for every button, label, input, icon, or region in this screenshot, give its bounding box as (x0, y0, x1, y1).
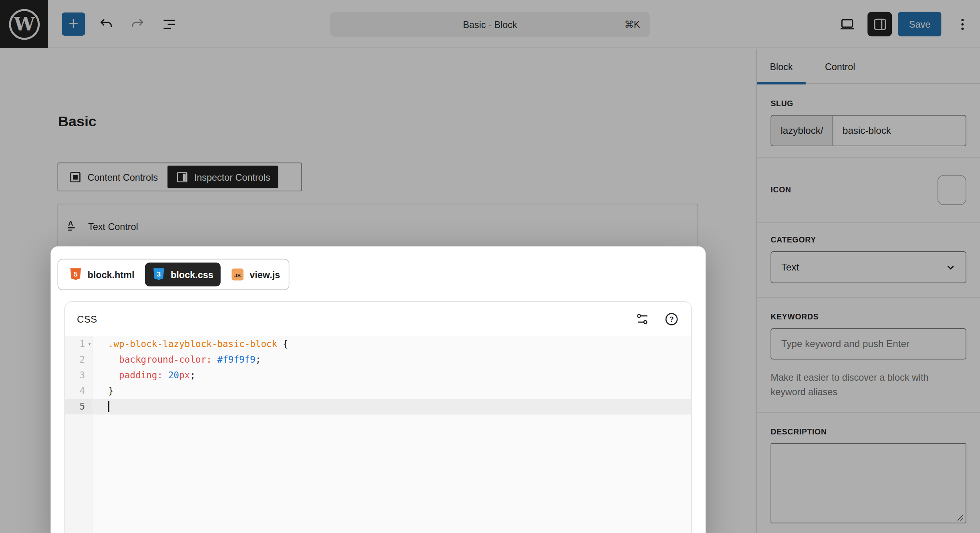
code-line-1: 1▾ .wp-block-lazyblock-basic-block { (65, 336, 691, 352)
text-cursor (108, 400, 109, 412)
svg-text:3: 3 (157, 270, 161, 278)
gutter-background (65, 414, 93, 533)
css-editor-header: CSS ? (65, 302, 691, 336)
tab-block-html-label: block.html (87, 269, 134, 280)
code-empty-area[interactable] (65, 414, 691, 533)
tab-block-html[interactable]: 5 block.html (62, 262, 142, 286)
code-line-3: 3 padding: 20px; (65, 367, 691, 383)
line-number[interactable]: 2 (65, 352, 93, 367)
lazyblocks-editor-window: W + (0, 0, 980, 533)
html5-icon: 5 (69, 268, 82, 281)
svg-text:?: ? (669, 315, 674, 323)
svg-text:JS: JS (234, 273, 241, 279)
css-code-editor[interactable]: 1▾ .wp-block-lazyblock-basic-block { 2 b… (65, 336, 691, 533)
code-line-4: 4 } (65, 383, 691, 399)
css-editor-title: CSS (77, 313, 97, 325)
editor-settings-button[interactable] (635, 311, 651, 327)
tab-block-css[interactable]: 3 block.css (145, 262, 221, 286)
svg-text:5: 5 (74, 270, 78, 278)
code-line-5-active: 5 (65, 399, 691, 414)
tab-view-js-label: view.js (250, 269, 280, 280)
code-line-2: 2 background-color: #f9f9f9; (65, 352, 691, 367)
css3-icon: 3 (153, 268, 165, 281)
code-file-tabs: 5 block.html 3 block.css J (58, 259, 290, 290)
line-number[interactable]: 4 (65, 383, 93, 399)
tab-view-js[interactable]: JS view.js (224, 262, 288, 286)
line-number[interactable]: 3 (65, 367, 93, 383)
tab-block-css-label: block.css (171, 269, 214, 280)
editor-help-button[interactable]: ? (664, 311, 680, 327)
fold-caret-icon[interactable]: ▾ (88, 336, 91, 352)
line-number[interactable]: 5 (65, 399, 93, 414)
line-number[interactable]: 1▾ (65, 336, 93, 352)
css-editor-frame: CSS ? (65, 301, 692, 533)
code-editor-panel: 5 block.html 3 block.css J (50, 246, 706, 533)
js-icon: JS (232, 268, 244, 281)
